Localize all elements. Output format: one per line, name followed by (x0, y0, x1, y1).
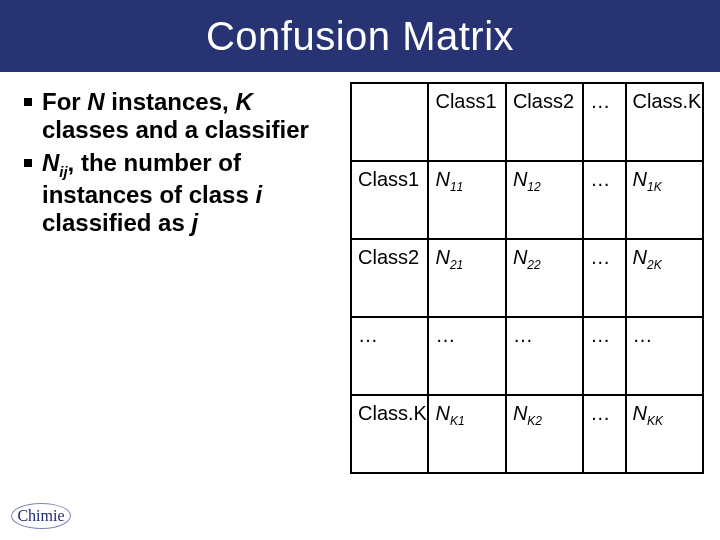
table-column: Class1 Class2 … Class.K Class1 N11 N12 …… (350, 82, 710, 474)
cell-n11: N11 (428, 161, 505, 239)
table-header-row: Class1 Class2 … Class.K (351, 83, 703, 161)
text: , the number of instances of class (42, 149, 255, 208)
cell-dots: … (583, 239, 625, 317)
var-N: N (633, 246, 647, 268)
footer-logo: Chimie (6, 498, 76, 534)
cell-dots: … (428, 317, 505, 395)
var-N: N (42, 149, 59, 176)
table-row: Class.K NK1 NK2 … NKK (351, 395, 703, 473)
var-N: N (435, 402, 449, 424)
var-N: N (633, 402, 647, 424)
table-row: … … … … … (351, 317, 703, 395)
header-dots: … (583, 83, 625, 161)
sub: KK (647, 414, 663, 428)
slide-title: Confusion Matrix (206, 14, 514, 59)
sub: K1 (450, 414, 465, 428)
var-N: N (435, 168, 449, 190)
cell-n1k: N1K (626, 161, 703, 239)
table-row: Class1 N11 N12 … N1K (351, 161, 703, 239)
header-empty (351, 83, 428, 161)
var-N: N (435, 246, 449, 268)
sub: 22 (527, 258, 540, 272)
sub: 1K (647, 180, 662, 194)
cell-dots: … (626, 317, 703, 395)
sub: 2K (647, 258, 662, 272)
text: instances, (105, 88, 236, 115)
bullet-1: For N instances, K classes and a classif… (24, 88, 340, 145)
sub: 12 (527, 180, 540, 194)
var-N: N (513, 402, 527, 424)
cell-nkk: NKK (626, 395, 703, 473)
var-i: i (255, 181, 262, 208)
var-N: N (513, 168, 527, 190)
cell-dots: … (583, 317, 625, 395)
var-N: N (87, 88, 104, 115)
rowlabel-dots: … (351, 317, 428, 395)
cell-n12: N12 (506, 161, 583, 239)
title-band: Confusion Matrix (0, 0, 720, 72)
cell-dots: … (506, 317, 583, 395)
bullet-2: Nij, the number of instances of class i … (24, 149, 340, 238)
rowlabel-classK: Class.K (351, 395, 428, 473)
sub: 21 (450, 258, 463, 272)
var-N: N (633, 168, 647, 190)
bullet-column: For N instances, K classes and a classif… (10, 82, 350, 474)
header-classK: Class.K (626, 83, 703, 161)
text: classes and a classifier (42, 116, 309, 143)
var-K: K (235, 88, 252, 115)
content-area: For N instances, K classes and a classif… (0, 72, 720, 474)
cell-n21: N21 (428, 239, 505, 317)
sub: 11 (450, 180, 463, 194)
cell-nk1: NK1 (428, 395, 505, 473)
text: For (42, 88, 87, 115)
header-class1: Class1 (428, 83, 505, 161)
cell-n2k: N2K (626, 239, 703, 317)
sub: K2 (527, 414, 542, 428)
rowlabel-class2: Class2 (351, 239, 428, 317)
header-class2: Class2 (506, 83, 583, 161)
cell-dots: … (583, 395, 625, 473)
cell-dots: … (583, 161, 625, 239)
cell-nk2: NK2 (506, 395, 583, 473)
table-row: Class2 N21 N22 … N2K (351, 239, 703, 317)
cell-n22: N22 (506, 239, 583, 317)
text: classified as (42, 209, 191, 236)
confusion-matrix-table: Class1 Class2 … Class.K Class1 N11 N12 …… (350, 82, 704, 474)
var-N: N (513, 246, 527, 268)
var-j: j (191, 209, 198, 236)
bullet-list: For N instances, K classes and a classif… (24, 88, 340, 238)
rowlabel-class1: Class1 (351, 161, 428, 239)
sub-ij: ij (59, 163, 67, 179)
logo-text: Chimie (17, 507, 64, 525)
